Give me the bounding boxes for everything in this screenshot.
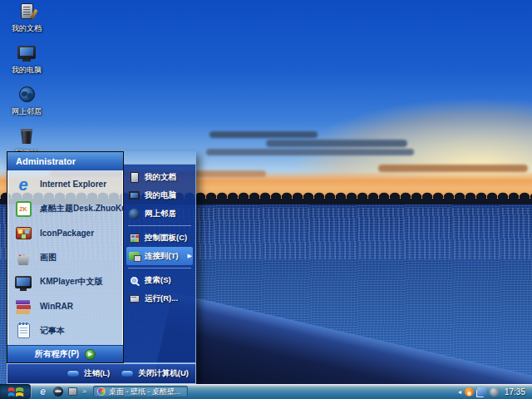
desktop-icon-list: 我的文档 我的电脑 网上邻居 回收站 <box>5 2 48 169</box>
wallpaper-cloud <box>206 149 414 155</box>
globe-icon <box>53 387 63 397</box>
wallpaper-cloud <box>266 140 407 147</box>
windows-flag-icon <box>7 386 24 398</box>
menu-item-network-places[interactable]: 网上邻居 <box>126 204 193 223</box>
my-documents-icon <box>128 171 140 184</box>
menu-spacer <box>126 308 193 359</box>
menu-item-my-documents[interactable]: 我的文档 <box>126 168 193 186</box>
menu-item-notepad[interactable]: 记事本 <box>7 319 123 343</box>
menu-item-connect-to[interactable]: 连接到(T) ▶ <box>126 247 193 265</box>
recycle-bin-icon <box>17 127 37 145</box>
all-programs-button[interactable]: 所有程序(P) ▶ <box>7 345 123 362</box>
system-tray: ◂ 17:35 <box>455 387 532 397</box>
search-icon <box>128 274 140 287</box>
shut-down-button[interactable]: 关闭计算机(U) <box>121 368 189 379</box>
log-off-button[interactable]: 注销(L) <box>66 368 110 379</box>
desktop-icon-label: 网上邻居 <box>12 106 42 117</box>
all-programs-arrow-icon: ▶ <box>85 349 96 360</box>
menu-item-winrar[interactable]: WinRAR <box>7 294 123 318</box>
desktop-icon-label: 我的文档 <box>12 23 42 34</box>
menu-item-paint[interactable]: 画图 <box>7 245 123 269</box>
quick-launch-bar: e » <box>31 387 91 397</box>
my-documents-icon <box>17 2 37 21</box>
menu-item-internet-explorer[interactable]: e Internet Explorer <box>7 172 123 196</box>
iconpackager-icon <box>14 224 32 243</box>
winrar-icon <box>14 298 32 316</box>
start-menu-user-name: Administrator <box>7 152 123 170</box>
menu-item-iconpackager[interactable]: IconPackager <box>7 221 123 245</box>
start-menu-program-list: e Internet Explorer ZK 桌酷主题Desk.ZhuoKu.C… <box>7 170 123 345</box>
submenu-arrow-icon: ▶ <box>188 253 192 259</box>
menu-item-search[interactable]: 搜索(S) <box>126 271 193 289</box>
menu-item-zhuoku-theme[interactable]: ZK 桌酷主题Desk.ZhuoKu.Com <box>7 197 123 221</box>
shut-down-icon <box>121 370 134 377</box>
menu-separator <box>128 268 191 268</box>
taskbar-clock[interactable]: 17:35 <box>502 387 528 397</box>
qq-icon[interactable] <box>465 387 474 397</box>
quick-launch-show-desktop[interactable] <box>67 387 78 397</box>
wallpaper-app-icon <box>97 387 106 396</box>
ie-icon: e <box>14 175 32 194</box>
menu-item-my-computer[interactable]: 我的电脑 <box>126 186 193 204</box>
paint-icon <box>14 249 32 267</box>
ie-icon: e <box>40 386 46 397</box>
menu-separator <box>128 225 191 226</box>
control-panel-icon <box>128 232 140 244</box>
notepad-icon <box>14 322 32 340</box>
kmplayer-icon <box>14 273 32 291</box>
start-menu-left-panel: Administrator e Internet Explorer ZK 桌酷主… <box>7 151 124 363</box>
start-button[interactable] <box>0 384 31 399</box>
taskbar: e » 桌面 - 壁纸 - 桌酷壁... ◂ 17:35 <box>0 384 532 399</box>
wallpaper-cloud <box>378 165 528 172</box>
network-places-icon <box>17 86 37 104</box>
quick-launch-overflow-chevron[interactable]: » <box>82 387 86 396</box>
desktop: 我的文档 我的电脑 网上邻居 回收站 Administrator e Inter… <box>0 0 532 399</box>
zhuoku-theme-icon: ZK <box>14 200 32 218</box>
show-desktop-icon <box>68 387 77 396</box>
wallpaper-cloud <box>209 131 318 138</box>
run-icon <box>128 293 140 305</box>
start-menu: Administrator e Internet Explorer ZK 桌酷主… <box>7 151 196 384</box>
log-off-icon <box>66 370 80 377</box>
connect-to-icon <box>128 250 140 263</box>
my-computer-icon <box>128 190 140 202</box>
quick-launch-ie[interactable]: e <box>37 387 48 397</box>
network-icon[interactable] <box>477 387 486 397</box>
my-computer-icon <box>17 44 37 62</box>
desktop-icon-label: 我的电脑 <box>12 65 42 76</box>
desktop-icon-my-computer[interactable]: 我的电脑 <box>5 44 48 76</box>
tray-collapse-chevron[interactable]: ◂ <box>458 388 461 396</box>
menu-item-kmplayer[interactable]: KMPlayer中文版 <box>7 270 123 294</box>
start-menu-bottom-bar: 注销(L) 关闭计算机(U) <box>7 363 196 384</box>
start-menu-right-panel: 我的文档 我的电脑 网上邻居 控制面板(C) 连接到(T) ▶ <box>124 164 196 363</box>
network-places-icon <box>128 208 140 220</box>
quick-launch-browser[interactable] <box>52 387 63 397</box>
desktop-icon-network-places[interactable]: 网上邻居 <box>5 86 48 117</box>
taskbar-window-button[interactable]: 桌面 - 壁纸 - 桌酷壁... <box>93 386 188 397</box>
menu-item-run[interactable]: 运行(R)... <box>126 289 193 308</box>
desktop-icon-my-documents[interactable]: 我的文档 <box>5 2 48 34</box>
audio-icon[interactable] <box>490 387 499 397</box>
menu-item-control-panel[interactable]: 控制面板(C) <box>126 229 193 247</box>
